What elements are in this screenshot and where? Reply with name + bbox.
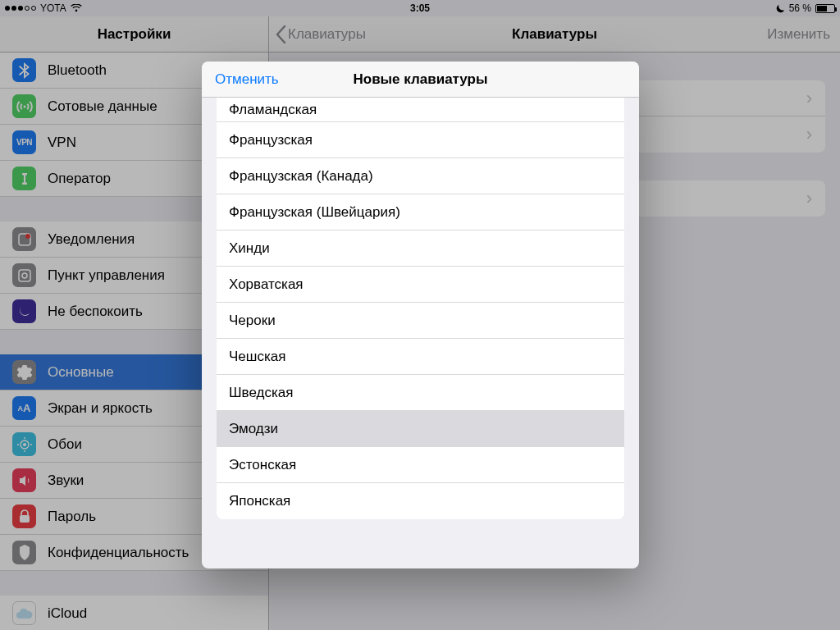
add-keyboard-modal: Отменить Новые клавиатуры Фламандская Фр…: [202, 62, 639, 568]
keyboard-option[interactable]: Французская (Канада): [217, 158, 624, 194]
keyboard-option[interactable]: Эстонская: [217, 447, 624, 483]
keyboard-option[interactable]: Чероки: [217, 303, 624, 339]
modal-navbar: Отменить Новые клавиатуры: [202, 62, 639, 98]
keyboard-option[interactable]: Фламандская: [217, 98, 624, 122]
keyboard-option[interactable]: Французская (Швейцария): [217, 194, 624, 231]
keyboard-option-selected[interactable]: Эмодзи: [217, 411, 624, 447]
keyboard-option[interactable]: Японская: [217, 483, 624, 519]
keyboard-options-list: Фламандская Французская Французская (Кан…: [217, 98, 624, 519]
cancel-button[interactable]: Отменить: [215, 71, 279, 88]
keyboard-option[interactable]: Хорватская: [217, 267, 624, 303]
modal-title: Новые клавиатуры: [353, 71, 487, 88]
keyboard-option[interactable]: Французская: [217, 122, 624, 158]
keyboard-option[interactable]: Хинди: [217, 231, 624, 267]
keyboard-option[interactable]: Шведская: [217, 375, 624, 411]
keyboard-option[interactable]: Чешская: [217, 339, 624, 375]
